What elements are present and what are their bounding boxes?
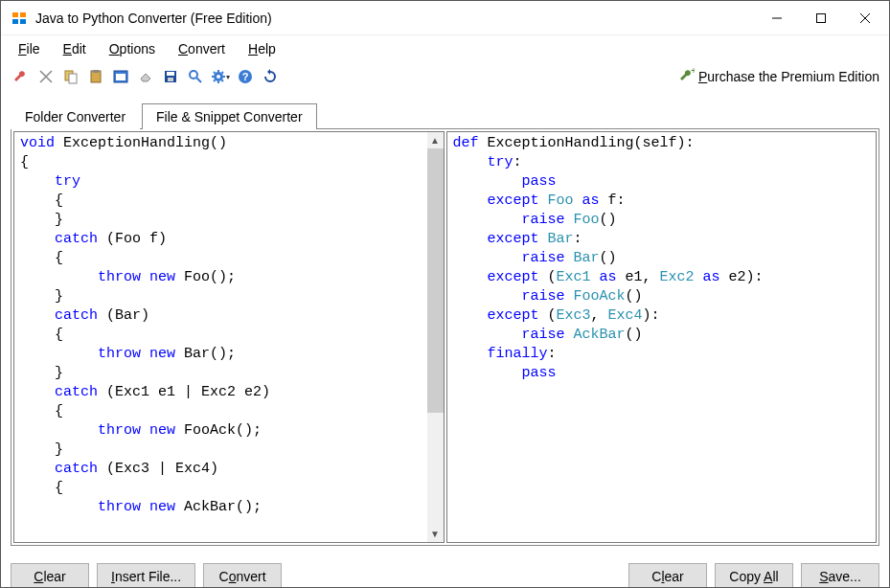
svg-rect-5 [817, 13, 826, 22]
svg-text:?: ? [242, 71, 249, 82]
source-code-pane[interactable]: void ExceptionHandling() { try { } catch… [13, 131, 445, 543]
menu-options[interactable]: Options [100, 37, 165, 60]
toolbar: ▾ ? + Purchase the Premium Edition [1, 62, 889, 91]
menubar: File Edit Options Convert Help [1, 35, 889, 62]
copy-all-button[interactable]: Copy All [715, 563, 793, 588]
menu-convert[interactable]: Convert [169, 37, 235, 60]
app-icon [11, 10, 28, 27]
svg-rect-16 [168, 78, 173, 81]
menu-file[interactable]: File [9, 37, 50, 60]
cut-icon[interactable] [35, 66, 57, 87]
app-title: Java to Python Converter (Free Edition) [35, 11, 272, 26]
tab-strip: Folder Converter File & Snippet Converte… [1, 102, 889, 128]
premium-wrench-icon: + [679, 68, 695, 86]
svg-rect-15 [167, 72, 174, 76]
window-controls [755, 4, 887, 33]
maximize-button[interactable] [799, 4, 843, 33]
menu-help[interactable]: Help [239, 37, 285, 60]
svg-point-20 [217, 75, 220, 79]
clear-left-button[interactable]: Clear [11, 563, 89, 588]
svg-line-18 [196, 78, 201, 82]
close-button[interactable] [843, 4, 887, 33]
scroll-track[interactable] [427, 148, 444, 526]
tab-file-snippet-converter[interactable]: File & Snippet Converter [142, 103, 317, 129]
menu-edit[interactable]: Edit [54, 37, 96, 60]
source-code-text[interactable]: void ExceptionHandling() { try { } catch… [14, 132, 444, 519]
svg-rect-11 [93, 70, 99, 73]
scroll-down-icon[interactable]: ▼ [427, 526, 444, 542]
copy-icon[interactable] [60, 66, 81, 87]
target-code-text[interactable]: def ExceptionHandling(self): try: pass e… [447, 132, 877, 385]
svg-rect-0 [12, 12, 18, 17]
convert-button[interactable]: Convert [203, 563, 282, 588]
source-scrollbar[interactable]: ▲ ▼ [427, 132, 444, 542]
button-row: Clear Insert File... Convert Clear Copy … [1, 546, 889, 588]
paste-icon[interactable] [85, 66, 106, 87]
svg-rect-1 [20, 12, 26, 17]
refresh-icon[interactable] [260, 66, 281, 87]
svg-rect-3 [20, 19, 26, 24]
erase-icon[interactable] [135, 66, 156, 87]
premium-link[interactable]: + Purchase the Premium Edition [679, 68, 879, 86]
content-area: void ExceptionHandling() { try { } catch… [11, 128, 879, 546]
svg-rect-9 [69, 74, 77, 83]
clear-right-button[interactable]: Clear [628, 563, 707, 588]
minimize-button[interactable] [755, 4, 799, 33]
window-icon[interactable] [110, 66, 131, 87]
wrench-icon[interactable] [11, 66, 32, 87]
help-icon[interactable]: ? [235, 66, 256, 87]
titlebar: Java to Python Converter (Free Edition) [1, 1, 889, 35]
target-code-pane[interactable]: def ExceptionHandling(self): try: pass e… [446, 131, 878, 543]
search-icon[interactable] [185, 66, 206, 87]
scroll-thumb[interactable] [427, 148, 444, 413]
insert-file-button[interactable]: Insert File... [97, 563, 195, 588]
svg-rect-13 [116, 74, 126, 80]
svg-rect-2 [12, 19, 18, 24]
tab-folder-converter[interactable]: Folder Converter [11, 103, 140, 129]
save-icon[interactable] [160, 66, 181, 87]
scroll-up-icon[interactable]: ▲ [427, 132, 444, 148]
save-button[interactable]: Save... [801, 563, 879, 588]
svg-point-17 [190, 71, 197, 79]
settings-gear-icon[interactable]: ▾ [210, 66, 231, 87]
svg-text:+: + [691, 68, 695, 76]
